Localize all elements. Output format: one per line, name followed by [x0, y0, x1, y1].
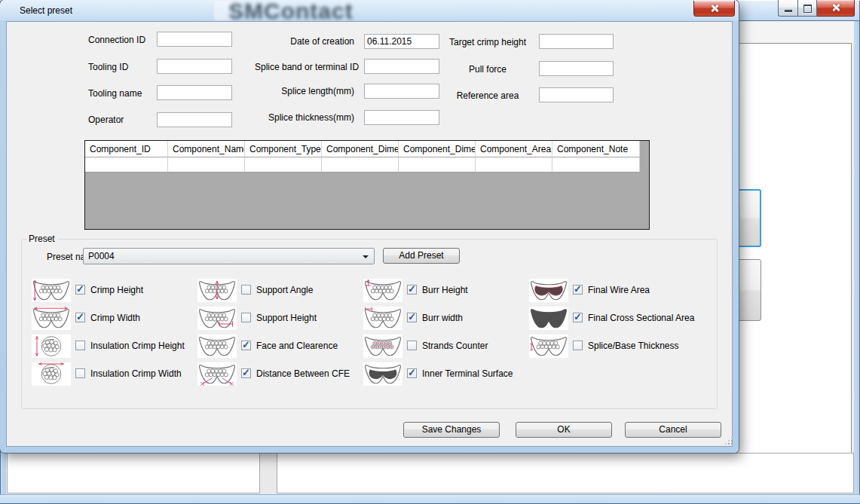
checkbox-label: Burr Height — [422, 285, 468, 295]
support-height-checkbox[interactable] — [241, 313, 251, 322]
checkbox-label: Distance Between CFE — [256, 368, 350, 379]
preset-option: Splice/Base Thickness — [529, 334, 702, 358]
table-cell[interactable] — [552, 157, 640, 173]
components-table-header: Component_ID Component_Name Component_Ty… — [85, 141, 649, 157]
main-window-caption-buttons — [778, 0, 855, 17]
support-angle-checkbox[interactable] — [241, 285, 251, 295]
preset-option: Final Cross Sectional Area — [529, 307, 702, 330]
checkbox-label: Final Cross Sectional Area — [588, 313, 694, 323]
target-crimp-height-field[interactable] — [539, 34, 614, 49]
preset-option: Support Height — [197, 307, 371, 330]
screen: SMContact Select preset Connection ID To… — [0, 0, 860, 504]
column-header[interactable]: Component_Area — [476, 141, 552, 157]
tooling-id-field[interactable] — [157, 59, 232, 74]
preset-name-dropdown[interactable]: P0004 — [83, 248, 375, 264]
preset-option: Distance Between CFE — [197, 362, 371, 386]
date-of-creation-field[interactable] — [364, 34, 439, 49]
close-icon — [710, 4, 719, 13]
splice-thickness-label: Splice thickness(mm) — [255, 112, 354, 123]
burr-height-checkbox[interactable] — [407, 285, 417, 295]
reference-area-field[interactable] — [539, 87, 614, 102]
dialog-title: Select preset — [20, 5, 72, 16]
face-and-clearence-checkbox[interactable] — [241, 341, 251, 350]
splice-length-field[interactable] — [364, 84, 439, 99]
burr-width-checkbox[interactable] — [407, 313, 417, 322]
preset-option: Face and Clearence — [197, 334, 371, 358]
table-cell[interactable] — [85, 157, 168, 173]
table-cell[interactable] — [245, 157, 322, 173]
splice-base-thickness-checkbox[interactable] — [573, 341, 583, 350]
resize-grip[interactable] — [725, 437, 734, 446]
table-cell[interactable] — [168, 157, 245, 173]
maximize-icon — [803, 5, 812, 13]
table-cell[interactable] — [476, 157, 552, 173]
minimize-icon — [785, 10, 792, 12]
splice-band-label: Splice band or terminal ID — [255, 62, 354, 72]
date-of-creation-label: Date of creation — [255, 36, 354, 47]
support-angle-icon — [197, 279, 237, 302]
checkbox-label: Inner Terminal Surface — [422, 368, 513, 379]
checkbox-label: Strands Counter — [422, 341, 488, 351]
crimp-height-checkbox[interactable] — [75, 285, 85, 295]
column-header[interactable]: Component_ID — [85, 141, 168, 157]
table-cell[interactable] — [322, 157, 399, 173]
burr-width-icon — [363, 307, 402, 330]
preset-group-label: Preset — [26, 234, 57, 244]
ok-button[interactable]: OK — [516, 422, 612, 438]
bottom-left-panel — [7, 453, 260, 493]
maximize-button[interactable] — [797, 0, 817, 17]
minimize-button[interactable] — [778, 0, 797, 17]
checkbox-label: Face and Clearence — [256, 341, 338, 351]
column-header[interactable]: Component_Type — [245, 141, 322, 157]
final-wire-area-checkbox[interactable] — [573, 285, 583, 295]
insulation-crimp-height-icon — [32, 334, 71, 358]
splice-thickness-field[interactable] — [364, 110, 439, 125]
table-cell[interactable] — [399, 157, 476, 173]
add-preset-button[interactable]: Add Preset — [383, 248, 460, 264]
checkbox-label: Final Wire Area — [588, 285, 650, 295]
close-icon — [831, 3, 840, 12]
insulation-crimp-width-icon — [32, 362, 71, 386]
target-crimp-height-label: Target crimp height — [435, 37, 540, 47]
final-cross-sectional-area-checkbox[interactable] — [573, 313, 583, 322]
burr-height-icon — [363, 279, 402, 302]
crimp-width-checkbox[interactable] — [75, 313, 85, 322]
operator-field[interactable] — [157, 112, 232, 127]
column-header[interactable]: Component_Note — [552, 141, 640, 157]
final-cross-sectional-area-icon — [529, 307, 568, 330]
reference-area-label: Reference area — [435, 90, 540, 101]
splice-band-field[interactable] — [364, 59, 439, 74]
tooling-name-field[interactable] — [157, 85, 232, 100]
pull-force-label: Pull force — [435, 64, 540, 75]
column-header[interactable]: Component_Dimens — [322, 141, 399, 157]
preset-option: Burr Height — [363, 279, 537, 302]
column-header[interactable]: Component_Dimens — [399, 141, 476, 157]
inner-terminal-surface-icon — [363, 362, 402, 386]
strands-counter-checkbox[interactable] — [407, 341, 417, 350]
strands-counter-icon — [363, 334, 402, 358]
distance-between-cfe-checkbox[interactable] — [241, 368, 251, 378]
inner-terminal-surface-checkbox[interactable] — [407, 368, 417, 378]
insulation-crimp-height-checkbox[interactable] — [75, 341, 85, 350]
cancel-button[interactable]: Cancel — [625, 422, 721, 438]
preset-selected-value: P0004 — [88, 251, 115, 261]
distance-between-cfe-icon — [197, 362, 237, 386]
checkbox-label: Insulation Crimp Width — [90, 368, 182, 379]
preset-option: Crimp Height — [32, 279, 205, 302]
checkbox-label: Crimp Width — [90, 313, 140, 323]
pull-force-field[interactable] — [539, 61, 614, 76]
chevron-down-icon — [363, 255, 369, 258]
face-and-clearence-icon — [197, 334, 237, 358]
connection-id-field[interactable] — [157, 32, 232, 47]
column-header[interactable]: Component_Name — [168, 141, 245, 157]
table-row — [85, 157, 649, 173]
insulation-crimp-width-checkbox[interactable] — [75, 368, 85, 378]
save-changes-button[interactable]: Save Changes — [403, 422, 500, 438]
crimp-width-icon — [32, 307, 71, 330]
bottom-right-panel — [277, 453, 854, 493]
select-preset-dialog: SMContact Select preset Connection ID To… — [0, 0, 739, 453]
main-close-button[interactable] — [817, 0, 855, 17]
dialog-close-button[interactable] — [693, 1, 735, 17]
components-table: Component_ID Component_Name Component_Ty… — [84, 140, 650, 230]
main-window-bottom-border — [0, 494, 860, 504]
